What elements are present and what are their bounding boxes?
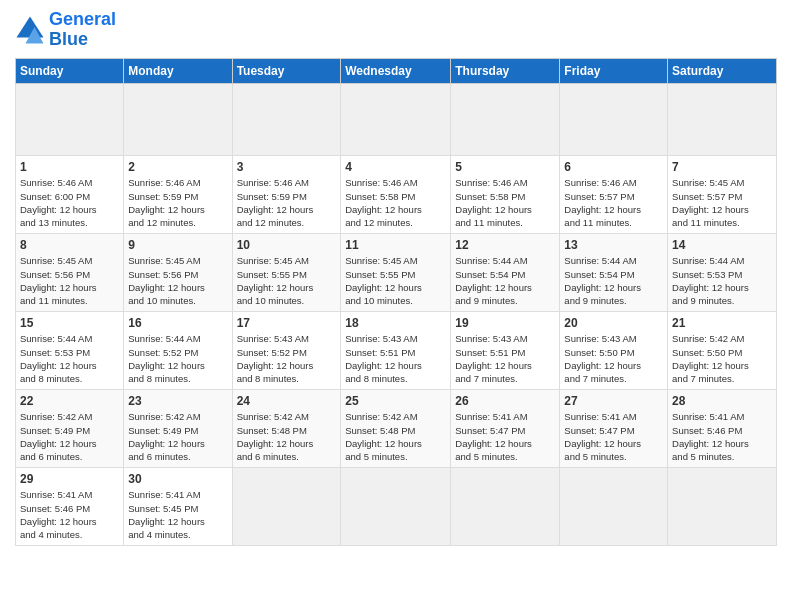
day-number: 23 [128,393,227,410]
calendar-cell: 5Sunrise: 5:46 AM Sunset: 5:58 PM Daylig… [451,155,560,233]
calendar-cell: 22Sunrise: 5:42 AM Sunset: 5:49 PM Dayli… [16,389,124,467]
day-info: Sunrise: 5:43 AM Sunset: 5:50 PM Dayligh… [564,333,641,384]
calendar-cell: 3Sunrise: 5:46 AM Sunset: 5:59 PM Daylig… [232,155,341,233]
day-info: Sunrise: 5:44 AM Sunset: 5:54 PM Dayligh… [564,255,641,306]
logo-icon [15,15,45,45]
day-info: Sunrise: 5:42 AM Sunset: 5:48 PM Dayligh… [237,411,314,462]
day-number: 8 [20,237,119,254]
day-number: 14 [672,237,772,254]
day-number: 10 [237,237,337,254]
day-info: Sunrise: 5:45 AM Sunset: 5:56 PM Dayligh… [128,255,205,306]
day-number: 4 [345,159,446,176]
calendar-week-1: 1Sunrise: 5:46 AM Sunset: 6:00 PM Daylig… [16,155,777,233]
day-info: Sunrise: 5:43 AM Sunset: 5:51 PM Dayligh… [455,333,532,384]
day-number: 21 [672,315,772,332]
day-number: 3 [237,159,337,176]
day-number: 5 [455,159,555,176]
day-info: Sunrise: 5:43 AM Sunset: 5:51 PM Dayligh… [345,333,422,384]
day-info: Sunrise: 5:46 AM Sunset: 5:59 PM Dayligh… [128,177,205,228]
calendar-cell: 29Sunrise: 5:41 AM Sunset: 5:46 PM Dayli… [16,467,124,545]
calendar-cell: 8Sunrise: 5:45 AM Sunset: 5:56 PM Daylig… [16,233,124,311]
calendar-week-2: 8Sunrise: 5:45 AM Sunset: 5:56 PM Daylig… [16,233,777,311]
calendar-cell [232,83,341,155]
svg-marker-0 [17,16,44,37]
day-info: Sunrise: 5:42 AM Sunset: 5:50 PM Dayligh… [672,333,749,384]
calendar-cell: 26Sunrise: 5:41 AM Sunset: 5:47 PM Dayli… [451,389,560,467]
calendar-cell [560,467,668,545]
calendar-cell: 16Sunrise: 5:44 AM Sunset: 5:52 PM Dayli… [124,311,232,389]
day-info: Sunrise: 5:41 AM Sunset: 5:47 PM Dayligh… [455,411,532,462]
day-info: Sunrise: 5:41 AM Sunset: 5:45 PM Dayligh… [128,489,205,540]
day-info: Sunrise: 5:45 AM Sunset: 5:56 PM Dayligh… [20,255,97,306]
day-number: 29 [20,471,119,488]
calendar-cell: 6Sunrise: 5:46 AM Sunset: 5:57 PM Daylig… [560,155,668,233]
day-number: 19 [455,315,555,332]
calendar-week-5: 29Sunrise: 5:41 AM Sunset: 5:46 PM Dayli… [16,467,777,545]
day-number: 9 [128,237,227,254]
day-header-sunday: Sunday [16,58,124,83]
calendar-cell [451,83,560,155]
calendar-cell: 12Sunrise: 5:44 AM Sunset: 5:54 PM Dayli… [451,233,560,311]
calendar-cell: 1Sunrise: 5:46 AM Sunset: 6:00 PM Daylig… [16,155,124,233]
day-info: Sunrise: 5:46 AM Sunset: 5:57 PM Dayligh… [564,177,641,228]
day-info: Sunrise: 5:41 AM Sunset: 5:46 PM Dayligh… [672,411,749,462]
calendar-cell: 21Sunrise: 5:42 AM Sunset: 5:50 PM Dayli… [668,311,777,389]
calendar-week-0 [16,83,777,155]
day-number: 11 [345,237,446,254]
calendar-cell: 14Sunrise: 5:44 AM Sunset: 5:53 PM Dayli… [668,233,777,311]
day-info: Sunrise: 5:44 AM Sunset: 5:53 PM Dayligh… [20,333,97,384]
day-info: Sunrise: 5:42 AM Sunset: 5:49 PM Dayligh… [128,411,205,462]
day-info: Sunrise: 5:45 AM Sunset: 5:55 PM Dayligh… [345,255,422,306]
calendar-cell: 23Sunrise: 5:42 AM Sunset: 5:49 PM Dayli… [124,389,232,467]
day-number: 16 [128,315,227,332]
day-info: Sunrise: 5:45 AM Sunset: 5:55 PM Dayligh… [237,255,314,306]
calendar-cell: 17Sunrise: 5:43 AM Sunset: 5:52 PM Dayli… [232,311,341,389]
day-info: Sunrise: 5:42 AM Sunset: 5:48 PM Dayligh… [345,411,422,462]
calendar-cell: 19Sunrise: 5:43 AM Sunset: 5:51 PM Dayli… [451,311,560,389]
day-number: 30 [128,471,227,488]
day-number: 12 [455,237,555,254]
calendar-cell: 28Sunrise: 5:41 AM Sunset: 5:46 PM Dayli… [668,389,777,467]
calendar-cell [668,467,777,545]
calendar-cell: 15Sunrise: 5:44 AM Sunset: 5:53 PM Dayli… [16,311,124,389]
day-number: 17 [237,315,337,332]
calendar-table: SundayMondayTuesdayWednesdayThursdayFrid… [15,58,777,546]
day-header-saturday: Saturday [668,58,777,83]
calendar-cell [341,467,451,545]
calendar-cell [560,83,668,155]
calendar-cell: 4Sunrise: 5:46 AM Sunset: 5:58 PM Daylig… [341,155,451,233]
calendar-cell [341,83,451,155]
calendar-week-4: 22Sunrise: 5:42 AM Sunset: 5:49 PM Dayli… [16,389,777,467]
day-info: Sunrise: 5:44 AM Sunset: 5:54 PM Dayligh… [455,255,532,306]
logo-name: General Blue [49,10,116,50]
day-info: Sunrise: 5:46 AM Sunset: 5:59 PM Dayligh… [237,177,314,228]
day-header-thursday: Thursday [451,58,560,83]
day-info: Sunrise: 5:42 AM Sunset: 5:49 PM Dayligh… [20,411,97,462]
day-header-monday: Monday [124,58,232,83]
day-number: 18 [345,315,446,332]
header: General Blue [15,10,777,50]
day-info: Sunrise: 5:44 AM Sunset: 5:52 PM Dayligh… [128,333,205,384]
day-number: 25 [345,393,446,410]
day-number: 6 [564,159,663,176]
day-info: Sunrise: 5:46 AM Sunset: 5:58 PM Dayligh… [345,177,422,228]
day-info: Sunrise: 5:46 AM Sunset: 6:00 PM Dayligh… [20,177,97,228]
day-number: 1 [20,159,119,176]
calendar-cell: 9Sunrise: 5:45 AM Sunset: 5:56 PM Daylig… [124,233,232,311]
calendar-cell: 27Sunrise: 5:41 AM Sunset: 5:47 PM Dayli… [560,389,668,467]
day-info: Sunrise: 5:45 AM Sunset: 5:57 PM Dayligh… [672,177,749,228]
calendar-cell: 30Sunrise: 5:41 AM Sunset: 5:45 PM Dayli… [124,467,232,545]
calendar-week-3: 15Sunrise: 5:44 AM Sunset: 5:53 PM Dayli… [16,311,777,389]
calendar-cell [124,83,232,155]
day-number: 13 [564,237,663,254]
header-row: SundayMondayTuesdayWednesdayThursdayFrid… [16,58,777,83]
calendar-cell: 18Sunrise: 5:43 AM Sunset: 5:51 PM Dayli… [341,311,451,389]
day-header-friday: Friday [560,58,668,83]
calendar-cell: 13Sunrise: 5:44 AM Sunset: 5:54 PM Dayli… [560,233,668,311]
day-info: Sunrise: 5:43 AM Sunset: 5:52 PM Dayligh… [237,333,314,384]
day-number: 15 [20,315,119,332]
day-number: 20 [564,315,663,332]
day-number: 27 [564,393,663,410]
day-info: Sunrise: 5:41 AM Sunset: 5:47 PM Dayligh… [564,411,641,462]
calendar-cell [668,83,777,155]
